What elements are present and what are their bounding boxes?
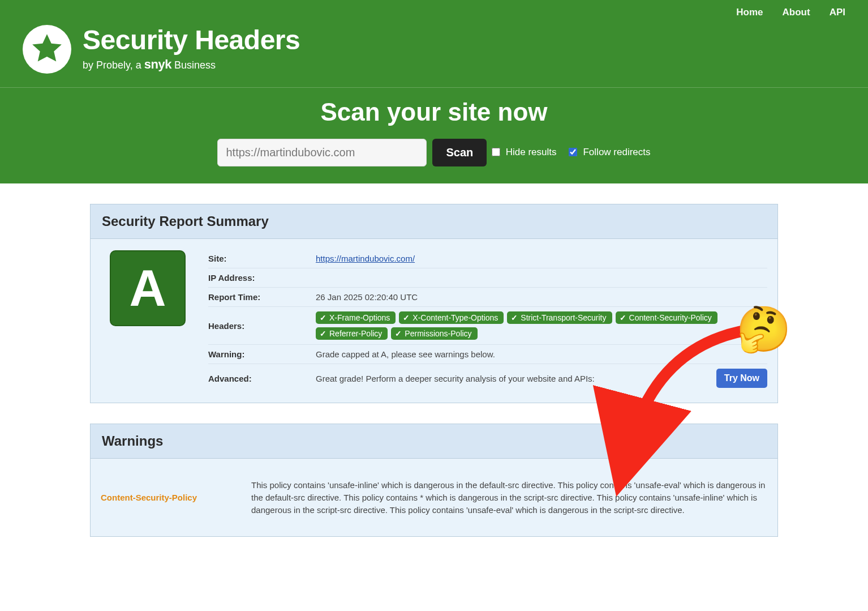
brand: Security Headers by Probely, a snyk Busi…: [0, 23, 868, 88]
header-pill: ✓Referrer-Policy: [316, 327, 388, 340]
grade-badge: A: [110, 250, 186, 326]
warnings-panel: Warnings Content-Security-Policy This po…: [90, 424, 778, 537]
brand-title: Security Headers: [83, 27, 300, 54]
top-nav: Home About API: [0, 0, 868, 23]
site-link[interactable]: https://martindubovic.com/: [316, 254, 415, 263]
check-icon: ✓: [320, 313, 326, 322]
label-ip: IP Address:: [208, 273, 316, 283]
summary-title: Security Report Summary: [91, 204, 777, 239]
nav-home[interactable]: Home: [736, 7, 763, 18]
nav-about[interactable]: About: [783, 7, 810, 18]
scan-button[interactable]: Scan: [432, 139, 487, 166]
header-pill: ✓Strict-Transport-Security: [507, 311, 612, 324]
value-report-time: 26 Jan 2025 02:20:40 UTC: [316, 292, 767, 302]
check-icon: ✓: [320, 329, 326, 338]
hide-results-option[interactable]: Hide results: [489, 146, 557, 158]
value-advanced: Great grade! Perform a deeper security a…: [316, 374, 595, 383]
check-icon: ✓: [511, 313, 518, 322]
label-warning: Warning:: [208, 349, 316, 359]
warnings-title: Warnings: [91, 424, 777, 459]
try-now-button[interactable]: Try Now: [716, 369, 767, 388]
warning-text: This policy contains 'unsafe-inline' whi…: [251, 479, 767, 516]
follow-redirects-option[interactable]: Follow redirects: [566, 146, 650, 158]
header-pill: ✓X-Content-Type-Options: [399, 311, 504, 324]
star-logo-icon: [23, 25, 71, 74]
headers-pills: ✓X-Frame-Options ✓X-Content-Type-Options…: [316, 311, 767, 340]
hide-results-checkbox[interactable]: [492, 148, 500, 156]
label-advanced: Advanced:: [208, 374, 316, 383]
scan-url-input[interactable]: [217, 139, 427, 166]
check-icon: ✓: [403, 313, 410, 322]
label-report-time: Report Time:: [208, 292, 316, 302]
check-icon: ✓: [395, 329, 402, 338]
label-site: Site:: [208, 254, 316, 263]
label-headers: Headers:: [208, 321, 316, 331]
nav-api[interactable]: API: [830, 7, 845, 18]
summary-panel: Security Report Summary A Site: https://…: [90, 204, 778, 403]
header-pill: ✓X-Frame-Options: [316, 311, 396, 324]
check-icon: ✓: [620, 313, 626, 322]
scan-heading: Scan your site now: [11, 98, 857, 126]
follow-redirects-checkbox[interactable]: [569, 148, 577, 156]
brand-subtitle: by Probely, a snyk Business: [83, 57, 300, 72]
value-warning: Grade capped at A, please see warnings b…: [316, 349, 767, 359]
header-pill: ✓Permissions-Policy: [391, 327, 477, 340]
warning-name: Content-Security-Policy: [101, 493, 240, 502]
header-pill: ✓Content-Security-Policy: [616, 311, 717, 324]
